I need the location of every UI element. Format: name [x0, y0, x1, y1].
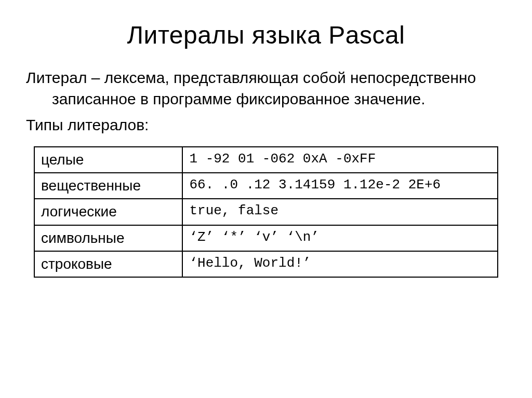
table-row: строковые ‘Hello, World!’ [34, 251, 498, 277]
literal-type-example: 66. .0 .12 3.14159 1.12e-2 2E+6 [182, 173, 498, 199]
table-row: символьные ‘Z’ ‘*’ ‘v’ ‘\n’ [34, 225, 498, 251]
page-title: Литералы языка Pascal [26, 21, 506, 49]
types-label: Типы литералов: [26, 115, 506, 136]
literal-type-label: символьные [34, 225, 182, 251]
definition-text: Литерал – лексема, представляющая собой … [26, 67, 506, 109]
literal-type-label: вещественные [34, 173, 182, 199]
table-row: целые 1 -92 01 -062 0xA -0xFF [34, 147, 498, 173]
literal-type-label: строковые [34, 251, 182, 277]
literal-type-example: true, false [182, 199, 498, 225]
literal-type-label: целые [34, 147, 182, 173]
literal-type-label: логические [34, 199, 182, 225]
literal-types-table: целые 1 -92 01 -062 0xA -0xFF вещественн… [34, 146, 498, 278]
table-row: вещественные 66. .0 .12 3.14159 1.12e-2 … [34, 173, 498, 199]
literal-type-example: ‘Z’ ‘*’ ‘v’ ‘\n’ [182, 225, 498, 251]
literal-type-example: ‘Hello, World!’ [182, 251, 498, 277]
literal-types-table-wrapper: целые 1 -92 01 -062 0xA -0xFF вещественн… [26, 146, 506, 278]
literal-type-example: 1 -92 01 -062 0xA -0xFF [182, 147, 498, 173]
table-row: логические true, false [34, 199, 498, 225]
